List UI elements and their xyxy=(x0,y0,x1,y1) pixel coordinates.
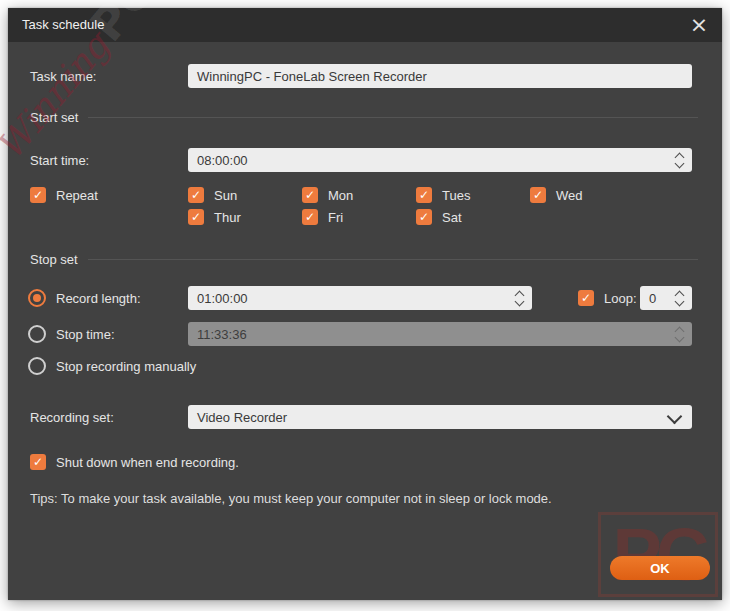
check-icon: ✓ xyxy=(302,187,318,203)
check-icon: ✓ xyxy=(416,187,432,203)
title-bar[interactable]: Task schedule × xyxy=(8,8,722,42)
day-label: Wed xyxy=(556,188,583,203)
loop-count-spinner xyxy=(673,286,685,310)
start-time-value: 08:00:00 xyxy=(197,153,248,168)
check-icon: ✓ xyxy=(302,209,318,225)
radio-unselected-icon xyxy=(28,325,46,343)
stop-manually-label: Stop recording manually xyxy=(56,359,196,374)
day-label: Sat xyxy=(442,210,462,225)
pc-logo-text: PC xyxy=(613,518,704,592)
day-checkbox-sat[interactable]: ✓ Sat xyxy=(416,209,462,225)
repeat-label: Repeat xyxy=(56,188,98,203)
spinner-down-icon[interactable] xyxy=(674,296,684,306)
loop-count-input[interactable]: 0 xyxy=(640,286,692,310)
winningpc-watermark-script: Winning xyxy=(0,25,117,168)
stop-time-value: 11:33:36 xyxy=(197,327,247,342)
day-checkbox-thur[interactable]: ✓ Thur xyxy=(188,209,241,225)
start-set-section-label: Start set xyxy=(30,110,78,125)
section-divider xyxy=(88,259,698,260)
task-name-label: Task name: xyxy=(30,69,96,84)
ok-button[interactable]: OK xyxy=(610,556,710,580)
stop-set-section-label: Stop set xyxy=(30,252,78,267)
day-checkbox-fri[interactable]: ✓ Fri xyxy=(302,209,343,225)
close-icon: × xyxy=(690,12,708,37)
task-schedule-dialog: Task schedule × Winning PC Task name: Wi… xyxy=(8,8,722,600)
day-checkbox-mon[interactable]: ✓ Mon xyxy=(302,187,353,203)
record-length-spinner xyxy=(513,286,525,310)
tips-text: Tips: To make your task available, you m… xyxy=(30,491,552,506)
recording-set-value: Video Recorder xyxy=(197,410,287,425)
loop-count-value: 0 xyxy=(649,291,656,306)
start-time-label: Start time: xyxy=(30,153,89,168)
day-checkbox-tues[interactable]: ✓ Tues xyxy=(416,187,470,203)
recording-set-select[interactable]: Video Recorder xyxy=(188,405,692,429)
radio-selected-icon xyxy=(28,289,46,307)
shutdown-checkbox[interactable]: ✓ Shut down when end recording. xyxy=(30,454,239,470)
radio-unselected-icon xyxy=(28,357,46,375)
stop-manually-radio[interactable]: Stop recording manually xyxy=(28,357,196,375)
repeat-checkbox[interactable]: ✓ Repeat xyxy=(30,187,98,203)
check-icon: ✓ xyxy=(30,454,46,470)
check-icon: ✓ xyxy=(30,187,46,203)
day-label: Sun xyxy=(214,188,237,203)
start-time-spinner xyxy=(673,148,685,172)
stop-time-input: 11:33:36 xyxy=(188,322,692,346)
record-length-radio[interactable]: Record length: xyxy=(28,289,141,307)
loop-label: Loop: xyxy=(604,291,637,306)
stop-time-radio[interactable]: Stop time: xyxy=(28,325,115,343)
check-icon: ✓ xyxy=(416,209,432,225)
day-label: Mon xyxy=(328,188,353,203)
day-checkbox-sun[interactable]: ✓ Sun xyxy=(188,187,237,203)
stop-time-label: Stop time: xyxy=(56,327,115,342)
record-length-label: Record length: xyxy=(56,291,141,306)
day-checkbox-wed[interactable]: ✓ Wed xyxy=(530,187,583,203)
window-title: Task schedule xyxy=(22,8,104,42)
task-name-value: WinningPC - FoneLab Screen Recorder xyxy=(197,69,427,84)
record-length-value: 01:00:00 xyxy=(197,291,248,306)
record-length-input[interactable]: 01:00:00 xyxy=(188,286,532,310)
check-icon: ✓ xyxy=(188,187,204,203)
section-divider xyxy=(88,117,698,118)
stop-time-spinner xyxy=(673,322,685,346)
spinner-down-icon xyxy=(674,332,684,342)
loop-checkbox[interactable]: ✓ Loop: xyxy=(578,290,637,306)
close-button[interactable]: × xyxy=(686,12,712,38)
chevron-down-icon xyxy=(667,409,683,425)
check-icon: ✓ xyxy=(530,187,546,203)
shutdown-label: Shut down when end recording. xyxy=(56,455,239,470)
start-time-input[interactable]: 08:00:00 xyxy=(188,148,692,172)
check-icon: ✓ xyxy=(188,209,204,225)
pc-logo-watermark: PC xyxy=(598,512,718,597)
day-label: Tues xyxy=(442,188,470,203)
page-background: Task schedule × Winning PC Task name: Wi… xyxy=(0,0,730,611)
spinner-down-icon[interactable] xyxy=(674,158,684,168)
day-label: Thur xyxy=(214,210,241,225)
day-label: Fri xyxy=(328,210,343,225)
task-name-input[interactable]: WinningPC - FoneLab Screen Recorder xyxy=(188,64,692,88)
spinner-down-icon[interactable] xyxy=(514,296,524,306)
check-icon: ✓ xyxy=(578,290,594,306)
recording-set-label: Recording set: xyxy=(30,410,114,425)
